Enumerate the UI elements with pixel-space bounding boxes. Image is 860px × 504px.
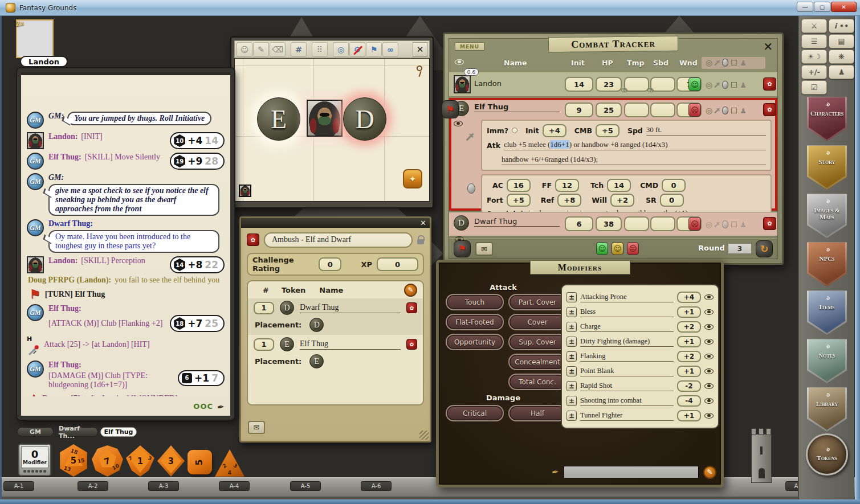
- hotkey-slot[interactable]: A-6: [361, 481, 392, 491]
- attack-highlighted-dice[interactable]: 1d6+1: [550, 140, 569, 149]
- dice-tower[interactable]: [748, 426, 775, 483]
- immune-radio[interactable]: [512, 128, 517, 133]
- d4-die[interactable]: 2 3 4: [215, 449, 244, 477]
- cmd-field[interactable]: 0: [662, 179, 686, 192]
- modifier-box[interactable]: 0 Modifier: [18, 444, 51, 476]
- space-icon[interactable]: [731, 82, 737, 88]
- placement-token[interactable]: E: [309, 354, 324, 368]
- tracker-envelope-button[interactable]: ✉: [475, 242, 493, 256]
- hp-field[interactable]: 38: [596, 216, 622, 231]
- space-icon[interactable]: [731, 60, 737, 65]
- modifier-button-superior-cover[interactable]: Sup. Cover: [508, 334, 566, 350]
- targeting-icon[interactable]: ◎: [333, 42, 349, 57]
- modifier-button-opportunity[interactable]: Opportunity: [446, 334, 504, 350]
- snap-grid-icon[interactable]: ⠿: [312, 42, 328, 57]
- plus-minus-icon[interactable]: ±: [566, 307, 577, 317]
- landon-tracker-portrait[interactable]: [454, 75, 471, 93]
- modifier-name[interactable]: Tunnel Fighter: [580, 411, 674, 421]
- hotkey-slot[interactable]: A-2: [78, 481, 108, 491]
- reach-icon[interactable]: ♟: [740, 107, 747, 114]
- plus-minus-icon[interactable]: ±: [566, 366, 577, 376]
- modifier-button-partial-cover[interactable]: Part. Cover: [508, 294, 566, 310]
- attack-icon[interactable]: †: [713, 220, 722, 229]
- landon-map-token[interactable]: [307, 100, 343, 137]
- hostile-filter-icon[interactable]: ☹: [627, 242, 639, 255]
- modifier-value-field[interactable]: +4: [677, 292, 701, 303]
- plus-minus-icon[interactable]: ±: [566, 411, 577, 421]
- visibility-toggle[interactable]: [704, 339, 714, 345]
- lock-icon[interactable]: [417, 239, 424, 244]
- targeting-icon[interactable]: ◎: [706, 59, 712, 67]
- speed-field[interactable]: 30 ft.: [646, 125, 766, 136]
- modifier-button-critical[interactable]: Critical: [446, 405, 504, 421]
- modifier-value-field[interactable]: -4: [677, 395, 701, 407]
- eraser-icon[interactable]: ⌫: [270, 42, 286, 57]
- hotkey-slot[interactable]: A-3: [148, 481, 179, 491]
- close-button[interactable]: ✕: [831, 2, 857, 12]
- book-icon[interactable]: ▤: [829, 34, 854, 48]
- defense-icon[interactable]: [722, 81, 728, 89]
- init-field[interactable]: 14: [565, 77, 593, 92]
- encounter-close-button[interactable]: ✕: [420, 219, 426, 227]
- modifier-name[interactable]: Bless: [580, 308, 674, 317]
- character-portrait[interactable]: Zz: [16, 19, 54, 58]
- modifier-value-field[interactable]: +1: [677, 306, 701, 318]
- character-walk-icon[interactable]: ♟: [829, 65, 854, 79]
- visibility-toggle[interactable]: [704, 398, 714, 404]
- targeting-icon[interactable]: ◎: [706, 81, 712, 89]
- map-compass-button[interactable]: ✦: [403, 169, 422, 189]
- hotkey-slot[interactable]: A-1: [3, 481, 34, 491]
- map-close-button[interactable]: ✕: [413, 42, 427, 57]
- sidebar-button-npcs[interactable]: NPCs: [807, 241, 847, 286]
- will-field[interactable]: +2: [610, 194, 634, 207]
- tmp-field[interactable]: [624, 103, 649, 117]
- chat-log[interactable]: GM GM: You are jumped by thugs. Roll Ini…: [23, 110, 228, 396]
- npc-token[interactable]: D: [280, 301, 294, 315]
- tracker-close-button[interactable]: ✕: [763, 40, 773, 54]
- tracker-row-dwarf[interactable]: D Dwarf Thug 6 38 ☹ ◎ † ♟ ✿: [449, 212, 777, 236]
- dwarf-map-token[interactable]: D: [343, 97, 386, 141]
- encounter-titlebar[interactable]: ✕: [241, 218, 430, 228]
- map-canvas[interactable]: E D ✦: [234, 58, 430, 202]
- d6-die[interactable]: 5: [188, 450, 212, 474]
- sbd-field[interactable]: [650, 77, 675, 92]
- plus-minus-icon[interactable]: ±: [566, 396, 577, 406]
- chat-tab-elf[interactable]: Elf Thug: [100, 427, 137, 437]
- effects-swords-icon[interactable]: ⚔: [801, 19, 827, 33]
- plus-minus-icon[interactable]: ±: [566, 337, 577, 347]
- challenge-rating-field[interactable]: 0: [319, 257, 341, 271]
- placement-token[interactable]: D: [309, 318, 324, 332]
- visibility-toggle[interactable]: [704, 309, 714, 315]
- modifier-button-touch[interactable]: Touch: [446, 294, 504, 310]
- npc-name-field[interactable]: Elf Thug: [300, 339, 401, 350]
- friendly-filter-icon[interactable]: ☺: [596, 242, 608, 255]
- modifier-name[interactable]: Flanking: [580, 352, 674, 362]
- elf-map-token[interactable]: E: [257, 97, 300, 141]
- modifiers-plus-minus-icon[interactable]: +/-: [801, 65, 827, 79]
- maximize-button[interactable]: ▢: [814, 2, 830, 12]
- modifier-name[interactable]: Rapid Shot: [580, 382, 674, 391]
- chat-tab-gm[interactable]: GM: [17, 427, 54, 437]
- lighting-icon[interactable]: ☀☽: [801, 50, 827, 64]
- modifier-name[interactable]: Point Blank: [580, 367, 674, 376]
- modifier-button-flat-footed[interactable]: Flat-Footed: [446, 314, 504, 330]
- tmp-field[interactable]: [624, 216, 649, 231]
- plus-minus-icon[interactable]: ±: [566, 322, 577, 332]
- modifier-value-field[interactable]: +1: [677, 336, 701, 347]
- npc-link-button[interactable]: ✿: [763, 217, 776, 230]
- defense-icon[interactable]: [722, 220, 728, 228]
- modifier-button-total-concealment[interactable]: Total Conc.: [508, 374, 566, 390]
- combatant-name-field[interactable]: Elf Thug: [474, 103, 560, 112]
- plus-minus-icon[interactable]: ±: [566, 292, 577, 302]
- npc-name-field[interactable]: Dwarf Thug: [300, 303, 401, 313]
- d10-die[interactable]: 1 7 3: [126, 445, 154, 477]
- visibility-toggle[interactable]: [704, 294, 714, 300]
- init-field[interactable]: 6: [565, 216, 593, 231]
- npc-link-button[interactable]: ✿: [763, 103, 776, 116]
- defense-icon[interactable]: [722, 106, 728, 114]
- encounter-link-button[interactable]: ✿: [247, 233, 259, 246]
- round-value-field[interactable]: 3: [728, 243, 752, 254]
- ooc-button[interactable]: OOC: [193, 402, 213, 411]
- tmp-field[interactable]: [624, 77, 649, 92]
- sidebar-button-images-maps[interactable]: Images & Maps: [807, 192, 847, 238]
